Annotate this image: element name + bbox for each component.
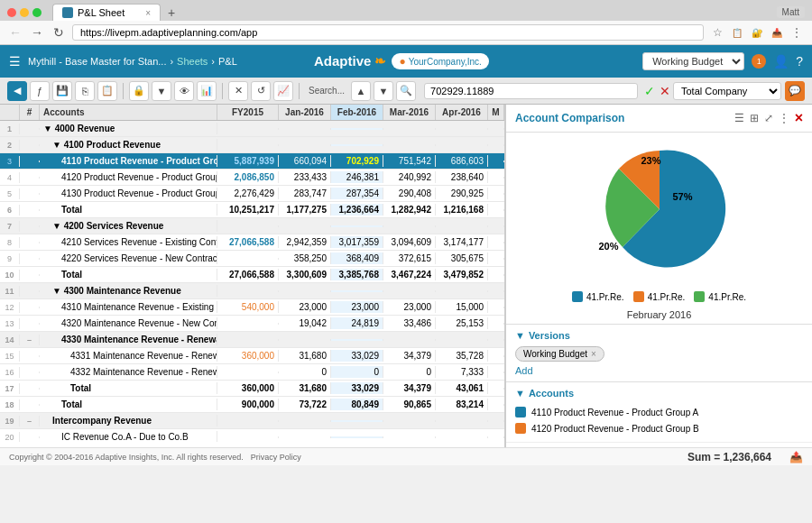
table-row[interactable]: 3 4110 Product Revenue - Product Group A…: [0, 153, 504, 170]
table-row[interactable]: 14 – 4330 Maintenance Revenue - Renewals: [0, 332, 504, 348]
notification-badge[interactable]: 1: [752, 54, 766, 69]
cell-mar: [383, 436, 436, 438]
panel-list-icon[interactable]: ☰: [734, 112, 744, 124]
table-row[interactable]: 18 Total 900,000 73,722 80,849 90,865 83…: [0, 397, 504, 413]
table-row[interactable]: 8 4210 Services Revenue - Existing Contr…: [0, 234, 504, 251]
export-icon[interactable]: 📤: [789, 451, 803, 463]
user-icon[interactable]: 👤: [773, 54, 789, 69]
table-row[interactable]: 10 Total 27,066,588 3,300,609 3,385,768 …: [0, 267, 504, 283]
active-tab[interactable]: P&L Sheet ×: [52, 4, 161, 21]
table-row[interactable]: 6 Total 10,251,217 1,177,275 1,236,664 1…: [0, 202, 504, 218]
working-budget-select[interactable]: Working Budget: [642, 52, 744, 70]
chart2-btn[interactable]: 📈: [273, 81, 293, 101]
paste-btn[interactable]: 📋: [97, 81, 117, 101]
panel-grid-icon[interactable]: ⊞: [750, 112, 759, 124]
new-tab-btn[interactable]: +: [168, 5, 175, 20]
refresh-btn[interactable]: ↻: [51, 24, 67, 41]
sheet-body[interactable]: 1 ▼ 4000 Revenue 2 ▼ 4100 Product Revenu…: [0, 121, 504, 442]
bookmark-btn[interactable]: ☆: [709, 24, 725, 41]
nav-bar: ← → ↻ ☆ 📋 🔐 📥 ⋮: [0, 21, 812, 45]
ext-btn2[interactable]: 🔐: [749, 24, 765, 41]
ext-btn1[interactable]: 📋: [729, 24, 745, 41]
fullscreen-window-btn[interactable]: [32, 8, 42, 17]
versions-title[interactable]: ▼ Versions: [515, 330, 803, 341]
comment-btn[interactable]: 💬: [785, 81, 805, 101]
cell-mar: 290,408: [383, 188, 436, 199]
lock-btn[interactable]: 🔒: [129, 81, 149, 101]
nav-icons: ☆ 📋 🔐 📥 ⋮: [709, 24, 805, 41]
table-row[interactable]: 13 4320 Maintenance Revenue - New Contra…: [0, 316, 504, 332]
sheets-breadcrumb[interactable]: Sheets: [177, 56, 208, 67]
cell-mar: [383, 128, 436, 130]
cell-hash: [20, 242, 40, 243]
minimize-window-btn[interactable]: [20, 8, 29, 17]
tag-remove-btn[interactable]: ×: [591, 349, 596, 359]
versions-chevron-icon: ▼: [515, 330, 525, 341]
table-row[interactable]: 16 4332 Maintenance Revenue - Renewals /…: [0, 364, 504, 381]
cell-rownum: 7: [0, 221, 20, 232]
delete-btn[interactable]: ✕: [228, 81, 248, 101]
cell-rownum: 4: [0, 172, 20, 183]
hamburger-menu-btn[interactable]: ☰: [9, 54, 21, 69]
table-row[interactable]: 7 ▼ 4200 Services Revenue: [0, 218, 504, 234]
cell-jan: 23,000: [279, 301, 331, 313]
nav-prev-btn[interactable]: ◀: [7, 81, 27, 101]
save-btn[interactable]: 💾: [52, 81, 72, 101]
ext-btn3[interactable]: 📥: [769, 24, 785, 41]
menu-btn[interactable]: ⋮: [789, 24, 805, 41]
back-btn[interactable]: ←: [7, 24, 23, 41]
url-bar[interactable]: [72, 24, 704, 41]
table-row[interactable]: 17 Total 360,000 31,680 33,029 34,379 43…: [0, 381, 504, 397]
view-btn[interactable]: 👁: [174, 81, 194, 101]
cell-feb: 368,409: [331, 252, 383, 264]
forward-btn[interactable]: →: [29, 24, 45, 41]
copy-btn[interactable]: ⎘: [75, 81, 95, 101]
chart-btn[interactable]: 📊: [197, 81, 217, 101]
account-item-2[interactable]: 4120 Product Revenue - Product Group B: [515, 420, 803, 436]
formula-cancel-btn[interactable]: ✕: [660, 84, 670, 98]
cell-m: [488, 372, 504, 373]
table-row[interactable]: 11 ▼ 4300 Maintenance Revenue: [0, 283, 504, 299]
total-company-select[interactable]: Total Company: [673, 82, 781, 100]
cell-fy2015: 900,000: [217, 399, 279, 410]
table-row[interactable]: 2 ▼ 4100 Product Revenue: [0, 137, 504, 153]
table-row[interactable]: 12 4310 Maintenance Revenue - Existing C…: [0, 299, 504, 316]
table-row[interactable]: 19 – Intercompany Revenue: [0, 413, 504, 429]
cell-mar: 1,282,942: [383, 204, 436, 216]
cell-apr: 43,061: [436, 382, 488, 394]
tab-close-btn[interactable]: ×: [145, 8, 151, 18]
formula-input[interactable]: [424, 83, 638, 99]
cell-fy2015: 27,066,588: [217, 236, 279, 248]
find-btn[interactable]: 🔍: [396, 81, 416, 101]
table-row[interactable]: 15 4331 Maintenance Revenue - Renewals /…: [0, 348, 504, 364]
panel-options-icon[interactable]: ⋮: [779, 112, 789, 124]
table-row[interactable]: 9 4220 Services Revenue - New Contracts …: [0, 251, 504, 267]
accounts-title[interactable]: ▼ Accounts: [515, 388, 803, 399]
table-row[interactable]: 1 ▼ 4000 Revenue: [0, 121, 504, 137]
cell-hash: [20, 274, 40, 276]
cell-m: [488, 339, 504, 341]
formula-btn[interactable]: ƒ: [30, 81, 50, 101]
account-item-1[interactable]: 4110 Product Revenue - Product Group A: [515, 404, 803, 420]
cell-rownum: 20: [0, 432, 20, 443]
close-window-btn[interactable]: [7, 8, 16, 17]
panel-expand-icon[interactable]: ⤢: [764, 112, 773, 124]
cell-jan: [279, 290, 331, 292]
working-budget-tag[interactable]: Working Budget ×: [515, 346, 604, 362]
privacy-link[interactable]: Privacy Policy: [251, 453, 301, 462]
cell-fy2015: 27,066,588: [217, 269, 279, 280]
help-btn[interactable]: ?: [796, 54, 803, 69]
search-up-btn[interactable]: ▲: [351, 81, 371, 101]
table-row[interactable]: 4 4120 Product Revenue - Product Group B…: [0, 170, 504, 186]
cell-apr: [436, 436, 488, 438]
panel-close-btn[interactable]: ×: [795, 110, 803, 126]
table-row[interactable]: 5 4130 Product Revenue - Product Group C…: [0, 186, 504, 202]
add-version-btn[interactable]: Add: [515, 365, 803, 376]
cell-feb: 24,819: [331, 317, 383, 329]
table-row[interactable]: 20 IC Revenue Co.A - Due to Co.B: [0, 429, 504, 442]
refresh-data-btn[interactable]: ↺: [251, 81, 271, 101]
formula-confirm-btn[interactable]: ✓: [644, 84, 655, 98]
cell-feb: [331, 420, 383, 422]
filter-btn[interactable]: ▼: [152, 81, 171, 101]
search-down-btn[interactable]: ▼: [374, 81, 393, 101]
